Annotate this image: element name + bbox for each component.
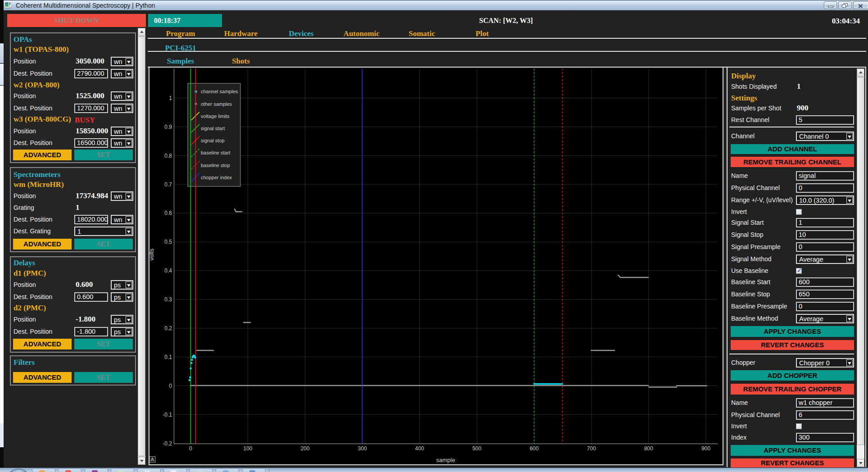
svg-text:0: 0 — [169, 383, 172, 389]
svg-text:sample: sample — [436, 457, 455, 463]
svg-text:0.8: 0.8 — [164, 153, 172, 159]
svg-text:500: 500 — [472, 445, 481, 452]
svg-text:channel samples: channel samples — [201, 89, 238, 94]
svg-text:signal stop: signal stop — [201, 138, 225, 143]
svg-text:0.4: 0.4 — [164, 268, 172, 274]
svg-text:800: 800 — [644, 445, 653, 452]
svg-text:0.6: 0.6 — [164, 210, 172, 216]
svg-text:600: 600 — [529, 445, 538, 452]
svg-text:signal start: signal start — [201, 126, 225, 131]
svg-text:baseline stop: baseline stop — [201, 163, 230, 168]
svg-text:-0.1: -0.1 — [163, 412, 172, 418]
svg-text:1: 1 — [169, 95, 172, 101]
svg-text:voltage limits: voltage limits — [201, 113, 230, 119]
svg-text:0: 0 — [189, 445, 192, 452]
svg-text:100: 100 — [243, 445, 252, 452]
svg-text:400: 400 — [415, 445, 424, 452]
svg-text:-0.2: -0.2 — [163, 440, 172, 447]
svg-text:baseline start: baseline start — [201, 150, 230, 155]
svg-text:0.5: 0.5 — [164, 239, 172, 245]
svg-text:other samples: other samples — [201, 101, 232, 107]
svg-text:300: 300 — [358, 445, 367, 452]
svg-text:0.7: 0.7 — [164, 182, 172, 188]
svg-text:0.9: 0.9 — [164, 124, 172, 130]
svg-text:0.2: 0.2 — [164, 325, 172, 331]
svg-text:chopper index: chopper index — [201, 175, 232, 180]
svg-text:200: 200 — [301, 445, 310, 452]
svg-text:0.3: 0.3 — [164, 296, 172, 303]
svg-text:0.1: 0.1 — [164, 354, 172, 360]
svg-text:900: 900 — [701, 445, 710, 452]
svg-text:A: A — [151, 457, 154, 462]
svg-text:700: 700 — [587, 445, 596, 452]
svg-text:volts: volts — [149, 248, 155, 260]
